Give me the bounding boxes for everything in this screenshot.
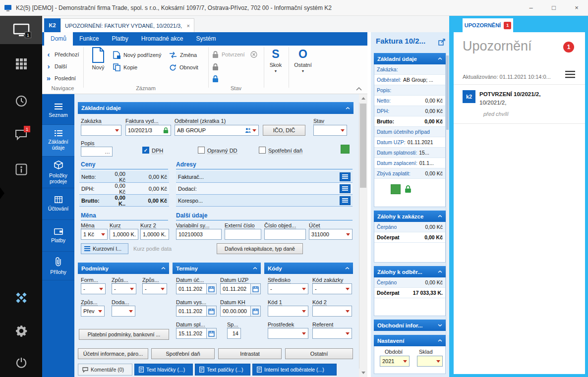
- splatnost-label[interactable]: Sp...: [227, 322, 238, 328]
- zakazka-label[interactable]: Zakázka: [81, 118, 102, 124]
- danova-rekapitulace-button[interactable]: Daňová rekapitulace, typ daně: [217, 243, 303, 254]
- section-header-zakladni-udaje[interactable]: Základní údaje: [78, 102, 353, 114]
- next-record-button[interactable]: › Další: [46, 61, 67, 71]
- dropdown-arrow-icon[interactable]: [346, 288, 350, 290]
- zpusob-dopravy-combo[interactable]: -: [142, 283, 167, 294]
- dph-label[interactable]: DPH: [152, 148, 163, 154]
- ucet-combo[interactable]: 311000: [309, 229, 353, 240]
- jump-button[interactable]: S Skok ▼: [265, 48, 287, 73]
- new-child-record-button[interactable]: Nový podřízený: [113, 50, 161, 60]
- preview-section-nastaveni[interactable]: Nastavení: [374, 335, 446, 346]
- kod1-combo[interactable]: [268, 306, 308, 317]
- section-header-kody[interactable]: Kódy: [264, 263, 353, 274]
- sklad-combo[interactable]: [417, 356, 443, 367]
- notifications-menu-icon[interactable]: [565, 71, 575, 78]
- dropdown-arrow-icon[interactable]: [129, 310, 133, 313]
- ellipsis-button[interactable]: …: [105, 149, 110, 155]
- zpusob-uhrady-combo[interactable]: -: [112, 283, 136, 294]
- menu-payments[interactable]: Platby: [105, 32, 134, 46]
- address-menu-button[interactable]: [340, 172, 351, 181]
- opravny-dd-label[interactable]: Opravný DD: [207, 148, 237, 154]
- kod-zakazky-combo[interactable]: -: [312, 283, 352, 294]
- stredisko-label[interactable]: Středisko: [268, 277, 291, 283]
- dropdown-arrow-icon[interactable]: [101, 233, 105, 236]
- dph-checkbox[interactable]: ✓: [142, 147, 149, 154]
- ucetni-informace-button[interactable]: Účetní informace, páro...: [78, 348, 148, 359]
- kurz-field[interactable]: 1,0000 K.: [110, 229, 138, 240]
- scroll-down-button[interactable]: [359, 369, 367, 377]
- refresh-button[interactable]: Obnovit: [169, 62, 198, 72]
- faktura-field[interactable]: 10/2021/3: [125, 125, 171, 136]
- tab-komentare[interactable]: Komentáře (0): [78, 364, 132, 376]
- dropdown-arrow-icon[interactable]: [346, 310, 350, 313]
- lock-blue-button[interactable]: [212, 74, 219, 84]
- kod1-label[interactable]: Kód 1: [268, 299, 282, 306]
- kod2-combo[interactable]: [312, 306, 352, 317]
- odberatel-label[interactable]: Odběratel (zkratka 1): [175, 118, 226, 124]
- datum-uctovani-field[interactable]: 01.11.202: [176, 283, 207, 294]
- zpusob-odberu-label[interactable]: Způs...: [81, 299, 98, 306]
- zakazka-combo[interactable]: [81, 125, 121, 136]
- tab-interni-text[interactable]: Interní text odběratele (...): [252, 364, 337, 376]
- zpusob-uhrady-label[interactable]: Způs...: [112, 277, 128, 283]
- dodaci-podminky-combo[interactable]: [112, 306, 135, 317]
- stredisko-combo[interactable]: -: [268, 283, 308, 294]
- sidebar-item-desktop[interactable]: 1: [0, 16, 42, 44]
- datum-uctovani-label[interactable]: Datum úč...: [176, 277, 204, 283]
- obdobi-combo[interactable]: 2021: [380, 356, 410, 367]
- odberatel-field[interactable]: AB GROUP: [175, 125, 259, 136]
- confirm-button[interactable]: Potvrzení: [212, 50, 257, 59]
- copy-record-button[interactable]: Kopie: [113, 62, 137, 72]
- spotrebni-dan-checkbox[interactable]: [259, 147, 266, 154]
- prostredek-label[interactable]: Prostředek: [268, 322, 294, 328]
- preview-scrollbar-thumb[interactable]: [446, 55, 449, 130]
- minimize-button[interactable]: –: [520, 0, 542, 16]
- tab-document[interactable]: UPOZORNĚNÍ: FAKTURY VYDANÉ, 10/2021/3, ×: [60, 18, 194, 32]
- platebni-podminky-button[interactable]: Platební podmínky, bankovní ...: [79, 329, 169, 340]
- sidebar-item-messages[interactable]: 1: [0, 129, 42, 142]
- ribbon-collapse-button[interactable]: [356, 87, 362, 91]
- splatnost-dny-field[interactable]: 14: [227, 328, 241, 339]
- nav-tab-prilohy[interactable]: Přílohy: [42, 252, 74, 280]
- menu-bulk-actions[interactable]: Hromadné akce: [135, 32, 190, 46]
- dropdown-arrow-icon[interactable]: [436, 360, 440, 363]
- scroll-up-button[interactable]: [359, 94, 367, 103]
- preview-section-zakladni[interactable]: Základní údaje: [374, 53, 446, 64]
- kod2-label[interactable]: Kód 2: [312, 299, 327, 306]
- tab-text-hlavicky[interactable]: Text hlavičky (...): [134, 364, 193, 376]
- zpusob-dopravy-label[interactable]: Způs...: [142, 277, 159, 283]
- partner-icon[interactable]: [245, 127, 251, 133]
- dropdown-arrow-icon[interactable]: [115, 129, 119, 132]
- forma-uhrady-combo[interactable]: -: [81, 283, 106, 294]
- section-header-terminy[interactable]: Termíny: [173, 263, 261, 274]
- referent-combo[interactable]: [312, 328, 352, 339]
- other-actions-button[interactable]: O Ostatní ▼: [290, 48, 316, 73]
- dropdown-arrow-icon[interactable]: [341, 129, 345, 132]
- datum-splatnosti-field[interactable]: 15.11.202: [176, 328, 207, 339]
- sidebar-item-assistant[interactable]: [0, 291, 42, 304]
- dropdown-arrow-icon[interactable]: [252, 129, 256, 132]
- datum-kh-field[interactable]: 00.00.000: [220, 306, 251, 317]
- tab-k2-home[interactable]: K2: [44, 18, 60, 32]
- calendar-icon[interactable]: [251, 306, 261, 317]
- stav-label[interactable]: Stav: [313, 118, 324, 124]
- intrastat-button[interactable]: Intrastat: [218, 348, 282, 359]
- datum-uzp-label[interactable]: Datum UZP: [220, 277, 248, 283]
- ucet-label[interactable]: Účet: [309, 222, 320, 229]
- mena-combo[interactable]: 1 Kč: [81, 229, 108, 240]
- kurz-label[interactable]: Kurz: [110, 222, 121, 229]
- last-record-button[interactable]: » Poslední: [46, 73, 76, 83]
- tab-close-icon[interactable]: ×: [187, 23, 190, 29]
- datum-kh-label[interactable]: Datum KH: [220, 299, 245, 306]
- dropdown-arrow-icon[interactable]: [302, 332, 306, 335]
- calendar-icon[interactable]: [207, 283, 217, 294]
- kod-zakazky-label[interactable]: Kód zakázky: [312, 277, 343, 283]
- sidebar-item-info[interactable]: [0, 163, 42, 176]
- sidebar-item-modules[interactable]: [0, 58, 42, 71]
- sidebar-item-settings[interactable]: [0, 324, 42, 337]
- datum-vystaveni-label[interactable]: Datum vys...: [176, 299, 206, 306]
- referent-label[interactable]: Referent: [312, 322, 333, 328]
- preview-section-zalohy-odberateli[interactable]: Zálohy k odběr...: [374, 266, 446, 277]
- section-header-podminky[interactable]: Podmínky: [78, 263, 169, 274]
- dodaci-podminky-label[interactable]: Doda...: [112, 299, 129, 306]
